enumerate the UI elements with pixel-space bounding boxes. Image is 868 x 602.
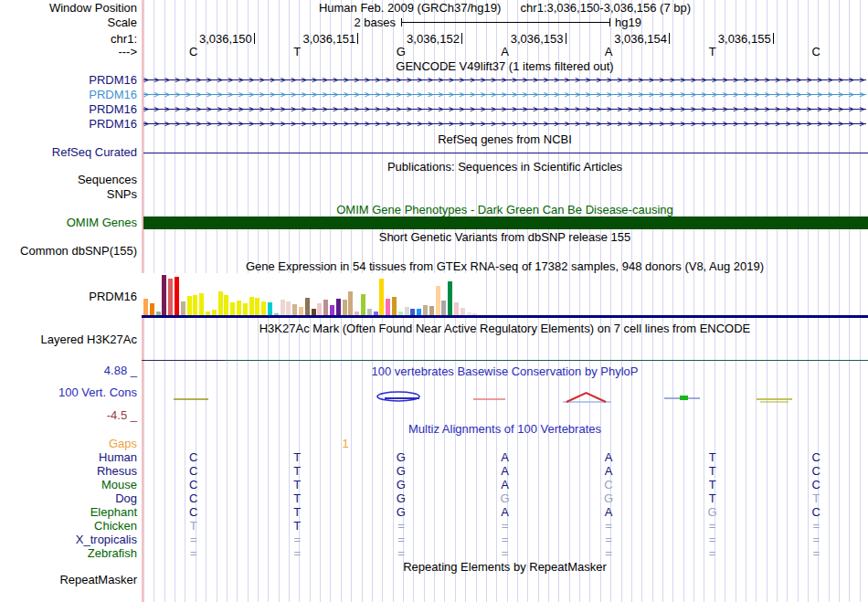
species-label[interactable]: Elephant xyxy=(0,506,137,519)
alignment-base-letter: T xyxy=(287,479,307,491)
alignment-base-letter: T xyxy=(287,492,307,505)
alignment-base-letter: A xyxy=(495,465,515,478)
alignment-base-letter: = xyxy=(806,533,826,546)
alignment-base-letter: C xyxy=(806,506,826,519)
alignment-base-letter: T xyxy=(703,492,723,505)
alignment-base-letter: = xyxy=(391,547,411,560)
multiz-title: Multiz Alignments of 100 Vertebrates xyxy=(142,423,868,436)
gap-insert-marker: 1 xyxy=(339,438,352,450)
alignment-base-letter: = xyxy=(287,533,307,546)
alignment-base-letter: T xyxy=(287,520,307,533)
species-label[interactable]: Zebrafish xyxy=(0,547,137,560)
species-label[interactable]: Dog xyxy=(0,492,137,505)
alignment-base-letter: = xyxy=(806,520,826,533)
alignment-base-letter: G xyxy=(391,451,411,464)
alignment-base-letter: = xyxy=(391,520,411,533)
alignment-base-letter: G xyxy=(391,506,411,519)
alignment-base-letter: = xyxy=(703,547,723,560)
alignment-base-letter: T xyxy=(703,479,723,491)
alignment-base-letter: C xyxy=(184,465,204,478)
alignment-base-letter: = xyxy=(184,533,204,546)
alignment-base-letter: T xyxy=(703,465,723,478)
alignment-base-letter: C xyxy=(184,506,204,519)
alignment-base-letter: = xyxy=(703,520,723,533)
species-label[interactable]: Rhesus xyxy=(0,465,137,478)
alignment-base-letter: = xyxy=(495,547,515,560)
species-label[interactable]: X_tropicalis xyxy=(0,533,137,546)
alignment-base-letter: A xyxy=(598,465,619,478)
alignment-base-letter: = xyxy=(495,520,515,533)
repeatmasker-title: Repeating Elements by RepeatMasker xyxy=(142,561,868,574)
alignment-base-letter: A xyxy=(495,451,515,464)
repeatmasker-label[interactable]: RepeatMasker xyxy=(0,574,137,586)
alignment-base-letter: = xyxy=(598,533,619,546)
alignment-base-letter: T xyxy=(806,492,826,505)
gaps-label[interactable]: Gaps xyxy=(0,438,137,450)
alignment-base-letter: = xyxy=(598,520,619,533)
genome-browser-image: Window Position Human Feb. 2009 (GRCh37/… xyxy=(0,0,868,602)
alignment-base-letter: T xyxy=(184,520,204,533)
alignment-base-letter: = xyxy=(598,547,619,560)
alignment-base-letter: G xyxy=(703,506,723,519)
alignment-base-letter: = xyxy=(806,547,826,560)
alignment-base-letter: = xyxy=(184,547,204,560)
alignment-base-letter: T xyxy=(287,465,307,478)
alignment-base-letter: T xyxy=(703,451,723,464)
alignment-base-letter: = xyxy=(495,533,515,546)
alignment-base-letter: G xyxy=(598,492,619,505)
alignment-base-letter: G xyxy=(391,465,411,478)
alignment-base-letter: C xyxy=(598,479,619,491)
alignment-base-letter: = xyxy=(391,533,411,546)
alignment-base-letter: C xyxy=(806,479,826,491)
alignment-base-letter: A xyxy=(495,506,515,519)
alignment-base-letter: C xyxy=(184,451,204,464)
alignment-base-letter: T xyxy=(287,506,307,519)
alignment-base-letter: G xyxy=(391,479,411,491)
species-label[interactable]: Chicken xyxy=(0,520,137,533)
alignment-base-letter: A xyxy=(495,479,515,491)
alignment-base-letter: C xyxy=(184,492,204,505)
alignment-base-letter: C xyxy=(806,451,826,464)
alignment-base-letter: T xyxy=(287,451,307,464)
species-label[interactable]: Human xyxy=(0,451,137,464)
alignment-base-letter: A xyxy=(598,506,619,519)
alignment-base-letter: = xyxy=(703,533,723,546)
alignment-base-letter: G xyxy=(391,492,411,505)
alignment-base-letter: C xyxy=(806,465,826,478)
alignment-base-letter: C xyxy=(184,479,204,491)
species-label[interactable]: Mouse xyxy=(0,479,137,491)
alignment-base-letter: A xyxy=(598,451,619,464)
alignment-base-letter: = xyxy=(287,547,307,560)
alignment-base-letter: G xyxy=(495,492,515,505)
